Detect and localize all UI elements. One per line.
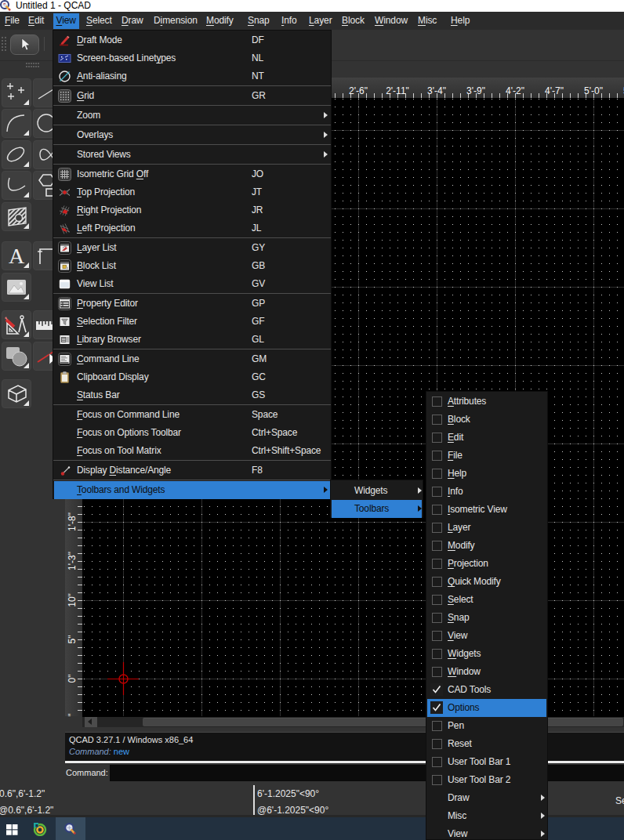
svg-text:5'-0": 5'-0" [584,85,603,96]
svg-text:2'-6": 2'-6" [349,85,368,96]
svg-text:4'-2": 4'-2" [506,85,524,96]
svg-text:1'-3": 1'-3" [67,552,78,570]
svg-text:5": 5" [67,714,78,716]
svg-text:0": 0" [67,675,78,683]
svg-text:5": 5" [67,635,78,644]
svg-text:2'-11": 2'-11" [386,85,409,96]
svg-text:1'-8": 1'-8" [67,512,78,531]
svg-text:3'-4": 3'-4" [427,85,446,96]
svg-text:10": 10" [67,593,78,607]
svg-text:A: A [8,244,24,268]
svg-text:3'-9": 3'-9" [466,85,485,96]
svg-text:4'-7": 4'-7" [545,85,564,96]
